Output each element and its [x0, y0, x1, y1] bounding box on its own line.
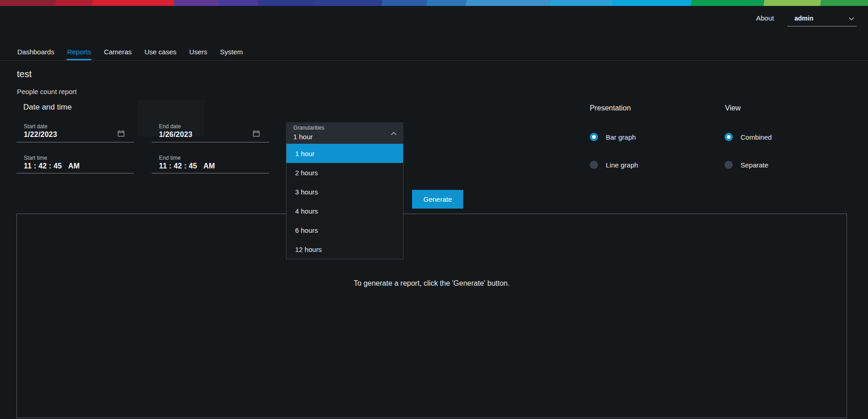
about-link[interactable]: About	[756, 14, 774, 22]
granularity-option-3-hours[interactable]: 3 hours	[286, 182, 403, 201]
tab-users[interactable]: Users	[189, 43, 207, 60]
radio-bar-graph-label: Bar graph	[606, 133, 636, 141]
radio-combined-label: Combined	[741, 133, 772, 141]
presentation-group-title: Presentation	[590, 104, 631, 112]
tab-reports[interactable]: Reports	[67, 43, 92, 60]
start-time-label: Start time	[24, 155, 47, 161]
calendar-icon[interactable]	[117, 130, 125, 137]
granularities-option-list: 1 hour 2 hours 3 hours 4 hours 6 hours 1…	[286, 144, 403, 259]
granularity-option-6-hours[interactable]: 6 hours	[286, 220, 403, 240]
radio-bar-graph[interactable]: Bar graph	[590, 133, 636, 141]
radio-line-graph-label: Line graph	[606, 161, 638, 169]
user-menu-value: admin	[794, 15, 813, 22]
radio-icon	[725, 161, 733, 169]
end-time-field[interactable]: End time 11 : 42 : 45AM	[152, 152, 269, 173]
radio-icon	[590, 161, 598, 169]
view-group-title: View	[725, 104, 741, 112]
end-date-field[interactable]: End date 1/26/2023	[152, 121, 269, 142]
tab-dashboards[interactable]: Dashboards	[17, 43, 55, 60]
granularity-option-12-hours[interactable]: 12 hours	[286, 240, 403, 259]
radio-separate[interactable]: Separate	[725, 161, 768, 169]
end-time-label: End time	[159, 155, 180, 161]
granularity-option-4-hours[interactable]: 4 hours	[286, 201, 403, 220]
radio-separate-label: Separate	[741, 161, 768, 169]
main-nav: Dashboards Reports Cameras Use cases Use…	[0, 43, 868, 61]
start-date-field[interactable]: Start date 1/22/2023	[16, 121, 134, 142]
tab-system[interactable]: System	[219, 43, 243, 60]
chevron-up-icon	[391, 131, 397, 136]
date-time-section-title: Date and time	[23, 103, 72, 112]
radio-combined[interactable]: Combined	[725, 133, 772, 141]
radio-icon	[590, 133, 598, 141]
tab-cameras[interactable]: Cameras	[103, 43, 132, 60]
tab-use-cases[interactable]: Use cases	[144, 43, 177, 60]
end-date-value[interactable]: 1/26/2023	[159, 131, 192, 139]
granularity-option-1-hour[interactable]: 1 hour	[286, 144, 403, 163]
granularities-select-header[interactable]: Granularities 1 hour	[286, 122, 403, 144]
start-time-value[interactable]: 11 : 42 : 45AM	[24, 162, 80, 170]
page-title: test	[17, 69, 32, 79]
start-time-field[interactable]: Start time 11 : 42 : 45AM	[16, 152, 134, 173]
generate-button[interactable]: Generate	[412, 190, 463, 209]
end-date-label: End date	[159, 123, 181, 130]
granularities-label: Granularities	[293, 125, 324, 131]
app-background: About admin Dashboards Reports Cameras U…	[0, 0, 868, 419]
end-time-period: AM	[203, 162, 215, 170]
radio-line-graph[interactable]: Line graph	[590, 161, 638, 169]
brand-color-strip	[0, 0, 868, 6]
report-empty-message: To generate a report, click the 'Generat…	[16, 279, 847, 288]
granularities-select: Granularities 1 hour 1 hour 2 hours 3 ho…	[286, 122, 403, 259]
granularities-value: 1 hour	[293, 133, 313, 141]
start-date-value[interactable]: 1/22/2023	[24, 131, 57, 139]
start-time-period: AM	[68, 162, 79, 170]
user-menu[interactable]: admin	[787, 12, 857, 26]
page-subtitle: People count report	[17, 88, 77, 95]
end-time-value[interactable]: 11 : 42 : 45AM	[159, 162, 215, 170]
start-date-label: Start date	[24, 123, 48, 130]
granularity-option-2-hours[interactable]: 2 hours	[286, 163, 403, 182]
chevron-down-icon	[848, 16, 855, 22]
radio-icon	[725, 133, 733, 141]
report-output-area	[16, 214, 847, 418]
calendar-icon[interactable]	[253, 130, 260, 137]
